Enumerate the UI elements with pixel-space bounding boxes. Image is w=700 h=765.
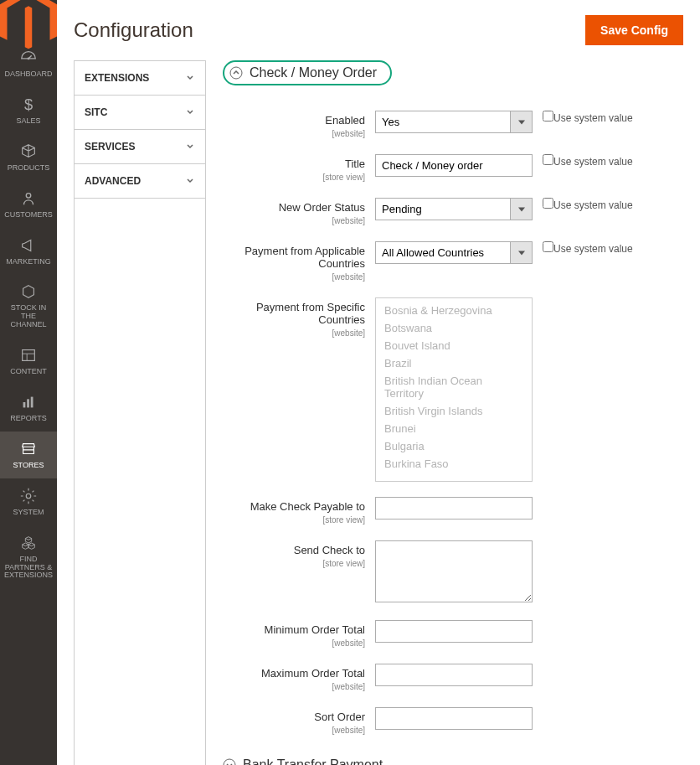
- nav-system[interactable]: SYSTEM: [0, 478, 57, 525]
- nav-stock-in-the-channel[interactable]: STOCK IN THE CHANNEL: [0, 274, 57, 338]
- admin-sidebar: DASHBOARD$SALESPRODUCTSCUSTOMERSMARKETIN…: [0, 0, 57, 765]
- svg-point-3: [26, 193, 31, 198]
- country-option[interactable]: Brunei: [376, 420, 532, 437]
- accordion-sitc[interactable]: SITC: [75, 96, 205, 130]
- svg-rect-4: [23, 350, 35, 361]
- section-toggle-check-money-order[interactable]: Check / Money Order: [223, 60, 392, 85]
- applicable-countries-system-checkbox[interactable]: [543, 241, 553, 252]
- country-option[interactable]: British Indian Ocean Territory: [376, 372, 532, 402]
- label-sort-order: Sort Order: [223, 711, 365, 723]
- country-option[interactable]: Bouvet Island: [376, 337, 532, 354]
- config-accordion: EXTENSIONSSITCSERVICESADVANCED: [74, 60, 206, 765]
- nav-content[interactable]: CONTENT: [0, 338, 57, 385]
- enabled-system-checkbox[interactable]: [543, 111, 553, 121]
- svg-rect-8: [27, 399, 29, 407]
- payable-to-input[interactable]: [375, 497, 533, 519]
- title-input[interactable]: [375, 154, 533, 177]
- country-option[interactable]: Burkina Faso: [376, 455, 532, 473]
- label-enabled: Enabled: [223, 114, 365, 127]
- country-option[interactable]: Brazil: [376, 354, 532, 372]
- label-applicable-countries: Payment from Applicable Countries: [223, 245, 365, 270]
- country-option[interactable]: Bosnia & Herzegovina: [376, 302, 532, 319]
- svg-rect-9: [31, 397, 33, 408]
- section-title: Check / Money Order: [250, 65, 377, 80]
- svg-point-10: [26, 494, 31, 499]
- collapse-icon: [229, 66, 243, 80]
- section2-title: Bank Transfer Payment: [243, 757, 383, 765]
- country-option[interactable]: Botswana: [376, 319, 532, 337]
- nav-stores[interactable]: STORES: [0, 432, 57, 478]
- svg-point-12: [224, 759, 235, 765]
- svg-point-11: [230, 67, 242, 79]
- nav-products[interactable]: PRODUCTS: [0, 134, 57, 181]
- country-option[interactable]: Bulgaria: [376, 437, 532, 455]
- nav-customers[interactable]: CUSTOMERS: [0, 181, 57, 228]
- applicable-countries-select[interactable]: All Allowed Countries: [375, 241, 533, 264]
- label-specific-countries: Payment from Specific Countries: [223, 301, 365, 326]
- label-payable-to: Make Check Payable to: [223, 500, 365, 513]
- nav-dashboard[interactable]: DASHBOARD: [0, 40, 57, 87]
- send-to-textarea[interactable]: [375, 540, 533, 602]
- min-total-input[interactable]: [375, 620, 533, 643]
- accordion-services[interactable]: SERVICES: [75, 130, 205, 164]
- new-order-status-system-checkbox[interactable]: [543, 198, 553, 209]
- accordion-advanced[interactable]: ADVANCED: [75, 164, 205, 199]
- nav-find-partners-extensions[interactable]: FIND PARTNERS & EXTENSIONS: [0, 525, 57, 589]
- label-min-total: Minimum Order Total: [223, 623, 365, 636]
- new-order-status-select[interactable]: Pending: [375, 198, 533, 220]
- page-title: Configuration: [74, 18, 193, 42]
- svg-text:$: $: [24, 96, 33, 113]
- label-send-to: Send Check to: [223, 544, 365, 556]
- sort-order-input[interactable]: [375, 707, 533, 730]
- save-config-button[interactable]: Save Config: [585, 15, 683, 45]
- label-title: Title: [223, 158, 365, 170]
- label-max-total: Maximum Order Total: [223, 667, 365, 680]
- country-option[interactable]: British Virgin Islands: [376, 402, 532, 420]
- svg-rect-7: [23, 402, 26, 407]
- magento-logo[interactable]: [0, 0, 57, 40]
- nav-marketing[interactable]: MARKETING: [0, 228, 57, 275]
- max-total-input[interactable]: [375, 664, 533, 686]
- expand-icon: [223, 758, 236, 765]
- enabled-select[interactable]: Yes: [375, 111, 533, 133]
- specific-countries-multiselect[interactable]: Bosnia & HerzegovinaBotswanaBouvet Islan…: [375, 297, 533, 482]
- title-system-checkbox[interactable]: [543, 154, 553, 165]
- label-new-order-status: New Order Status: [223, 201, 365, 214]
- nav-reports[interactable]: REPORTS: [0, 385, 57, 432]
- section-toggle-bank-transfer[interactable]: Bank Transfer Payment: [223, 752, 683, 765]
- accordion-extensions[interactable]: EXTENSIONS: [75, 61, 205, 96]
- nav-sales[interactable]: $SALES: [0, 87, 57, 134]
